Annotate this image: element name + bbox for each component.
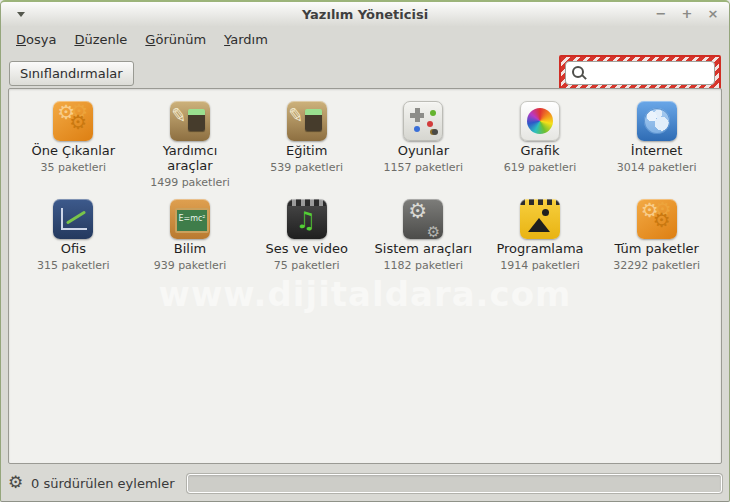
category-label: Oyunlar (398, 144, 449, 159)
category-count: 32292 paketleri (613, 259, 700, 272)
category-label: Grafik (520, 144, 559, 159)
category-item[interactable]: Oyunlar 1157 paketleri (365, 101, 482, 189)
accessories-icon (170, 101, 210, 141)
gear-icon (8, 475, 25, 492)
minimize-button[interactable]: − (653, 6, 669, 22)
category-count: 539 paketleri (270, 161, 343, 174)
category-label: Programlama (496, 242, 583, 257)
category-count: 3014 paketleri (617, 161, 697, 174)
menu-yardim[interactable]: Yardım (215, 28, 277, 51)
category-item[interactable]: Ses ve video 75 paketleri (248, 199, 365, 272)
close-button[interactable]: × (705, 6, 721, 22)
category-count: 1182 paketleri (383, 259, 463, 272)
statusbar: 0 sürdürülen eylemler (8, 470, 722, 496)
menu-duzenle[interactable]: Düzenle (65, 28, 136, 51)
titlebar: Yazılım Yöneticisi − + × (1, 2, 729, 26)
window-menu-button[interactable] (13, 6, 29, 22)
menu-gorunum[interactable]: Görünüm (136, 28, 215, 51)
category-item[interactable]: Bilim 939 paketleri (132, 199, 249, 272)
category-count: 75 paketleri (274, 259, 340, 272)
category-item[interactable]: Sistem araçları 1182 paketleri (365, 199, 482, 272)
category-item[interactable]: Yardımcı araçlar 1499 paketleri (132, 101, 249, 189)
category-label: Yardımcı araçlar (154, 144, 226, 174)
software-manager-window: Yazılım Yöneticisi − + × Dosya Düzenle G… (0, 0, 730, 502)
category-label: Sistem araçları (375, 242, 473, 257)
system-tools-icon (403, 199, 443, 239)
programming-icon (520, 199, 560, 239)
category-count: 1499 paketleri (150, 176, 230, 189)
sound-video-icon (287, 199, 327, 239)
category-grid: Öne Çıkanlar 35 paketleri Yardımcı araçl… (9, 89, 721, 272)
category-item[interactable]: İnternet 3014 paketleri (598, 101, 715, 189)
window-menu-triangle-icon (17, 12, 25, 17)
category-item[interactable]: Tüm paketler 32292 paketleri (598, 199, 715, 272)
category-item[interactable]: Ofis 315 paketleri (15, 199, 132, 272)
category-label: Bilim (174, 242, 206, 257)
category-item[interactable]: Öne Çıkanlar 35 paketleri (15, 101, 132, 189)
window-title: Yazılım Yöneticisi (1, 7, 729, 22)
internet-icon (637, 101, 677, 141)
category-item[interactable]: Grafik 619 paketleri (482, 101, 599, 189)
category-label: Ofis (61, 242, 86, 257)
featured-icon (53, 101, 93, 141)
office-icon (53, 199, 93, 239)
category-count: 315 paketleri (37, 259, 110, 272)
category-label: Eğitim (286, 144, 327, 159)
category-label: Tüm paketler (614, 242, 699, 257)
search-highlight-annotation (559, 55, 721, 91)
window-controls: − + × (653, 2, 721, 26)
category-label: Öne Çıkanlar (31, 144, 115, 159)
category-label: Ses ve video (265, 242, 348, 257)
search-icon (572, 66, 587, 81)
search-input[interactable] (588, 63, 712, 83)
category-item[interactable]: Eğitim 539 paketleri (248, 101, 365, 189)
category-count: 939 paketleri (154, 259, 227, 272)
search-entry[interactable] (565, 61, 715, 85)
all-packages-icon (637, 199, 677, 239)
category-count: 1914 paketleri (500, 259, 580, 272)
categories-button[interactable]: Sınıflandırmalar (9, 61, 134, 86)
graphics-icon (520, 101, 560, 141)
category-item[interactable]: Programlama 1914 paketleri (482, 199, 599, 272)
category-count: 35 paketleri (40, 161, 106, 174)
category-count: 1157 paketleri (383, 161, 463, 174)
games-icon (403, 101, 443, 141)
status-text: 0 sürdürülen eylemler (31, 476, 175, 491)
category-count: 619 paketleri (504, 161, 577, 174)
category-view: Öne Çıkanlar 35 paketleri Yardımcı araçl… (8, 88, 722, 464)
menubar: Dosya Düzenle Görünüm Yardım (1, 26, 729, 52)
science-icon (170, 199, 210, 239)
maximize-button[interactable]: + (679, 6, 695, 22)
education-icon (287, 101, 327, 141)
progress-bar (187, 474, 722, 493)
menu-dosya[interactable]: Dosya (7, 28, 65, 51)
category-label: İnternet (631, 144, 683, 159)
